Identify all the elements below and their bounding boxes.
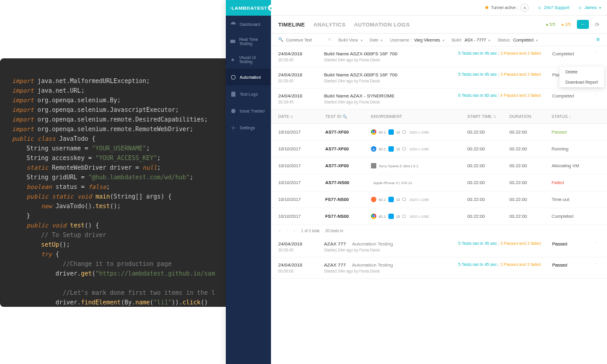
svg-point-4	[231, 109, 235, 113]
main-content: Tunnel active : A ☺ 24x7 Support ☺ James…	[271, 0, 607, 364]
filter-label: Build View	[338, 38, 358, 42]
clear-icon[interactable]: ✕	[328, 37, 331, 42]
build-menu-icon[interactable]: ⋮	[595, 241, 600, 252]
sidebar-item-label: Test Logs	[240, 92, 258, 96]
automation-icon	[229, 73, 237, 81]
sidebar-item-settings[interactable]: Settings	[226, 119, 271, 136]
android-icon	[371, 163, 376, 168]
build-row[interactable]: 24/04/201820:30:45 Build Name AZAX - SYN…	[271, 88, 607, 110]
tunnel-value: A	[520, 4, 529, 12]
test-date: 10/10/2017	[278, 129, 325, 135]
test-start: 00.22:00	[467, 214, 509, 219]
test-date: 10/10/2017	[278, 197, 325, 202]
tab-automation-logs[interactable]: AUTOMATION LOGS	[354, 22, 410, 28]
col-date-header[interactable]: DATE⇅	[278, 114, 325, 119]
sidebar-item-automation[interactable]: Automation	[226, 69, 271, 85]
tab-analytics[interactable]: ANALYTICS	[313, 22, 345, 28]
filter-label: Status:	[497, 38, 511, 42]
build-stats: 5 Tests ran in 45 sec|3 Passed and 2 fai…	[458, 51, 543, 62]
date-filter[interactable]: Date ▾	[370, 38, 383, 42]
brand-logo[interactable]: LAMBDATEST ✕	[226, 0, 271, 16]
refresh-icon[interactable]: ⟳	[595, 22, 600, 28]
build-date: 24/04/201800:00:00	[278, 262, 314, 273]
col-status-header[interactable]: STATUS▿	[552, 114, 594, 119]
test-row[interactable]: 10/10/2017 AS77-XF00 e60.1 10 🖵1920 x 10…	[271, 141, 607, 158]
code-content: import java.net.MalformedURLException; i…	[12, 76, 223, 307]
test-id: AS77-NS00	[325, 180, 371, 185]
tests-table-header: DATE⇅ TEST ID🔍 ENVIRONMENT START TIME⇅ D…	[271, 110, 607, 124]
search-box[interactable]: 🔍	[278, 37, 320, 42]
test-row[interactable]: 10/10/2017 AS77-XF00 60.1 10 🖵1920 x 108…	[271, 124, 607, 141]
build-date: 24/04/201820:30:45	[278, 93, 314, 104]
test-row[interactable]: 10/10/2017 AS77-NS00 Apple iPhone X | iO…	[271, 174, 607, 191]
test-start: 00.22:00	[467, 129, 509, 135]
build-filter[interactable]: Build: ASX - 7777 ▾	[452, 38, 490, 42]
build-menu-icon[interactable]: ⋮	[595, 93, 600, 104]
sidebar-item-issues[interactable]: Issue Tracker	[226, 102, 271, 119]
support-link[interactable]: ☺ 24x7 Support	[537, 5, 569, 10]
tab-timeline[interactable]: TIMELINE	[278, 22, 305, 28]
monitor-icon: 🖵	[402, 130, 406, 134]
status-filter[interactable]: Status: Completed ▾	[497, 38, 538, 42]
page-first[interactable]: «	[278, 229, 281, 233]
test-row[interactable]: 10/10/2017 AS77-XF00 Sony Xperia Z Ultra…	[271, 158, 607, 174]
test-date: 10/10/2017	[278, 214, 325, 219]
sidebar-item-dashboard[interactable]: Dashboard	[226, 16, 271, 32]
test-env: Apple iPhone X | iOS 11	[371, 181, 467, 185]
buildview-filter[interactable]: Build View ▾	[338, 38, 363, 42]
build-menu-icon[interactable]: ⋮	[595, 51, 600, 62]
sidebar-item-label: Visual UI Testing	[239, 55, 267, 64]
action-button[interactable]: ←	[577, 20, 589, 29]
issues-icon	[229, 107, 237, 114]
page-prev[interactable]: ‹	[287, 229, 288, 233]
test-status: Time-out	[552, 197, 594, 202]
dropdown-item[interactable]: Download Report	[559, 77, 604, 87]
sidebar-item-visual[interactable]: Visual UI Testing	[226, 51, 271, 69]
col-testid-header[interactable]: TEST ID🔍	[325, 114, 371, 119]
chrome-icon	[371, 214, 376, 219]
search-input[interactable]	[286, 38, 316, 42]
dropdown-item[interactable]: Delete	[559, 67, 604, 77]
test-row[interactable]: 10/10/2017 FS77-NS00 60.1 10 🖵1920 x 108…	[271, 208, 607, 225]
filter-value: Completed	[513, 38, 534, 42]
build-row[interactable]: 24/04/201820:30:45 AZAX 777Automation Te…	[271, 236, 607, 258]
monitor-icon: 🖵	[402, 214, 406, 218]
filter-value: ASX - 7777	[464, 38, 486, 42]
build-row[interactable]: 24/04/201820:30:45 Build Name ASZX-000FS…	[271, 46, 607, 67]
builds-list: 24/04/201820:30:45 Build Name ASZX-000FS…	[271, 46, 607, 110]
filter-settings-icon[interactable]: ⚙	[596, 37, 600, 42]
build-menu-icon[interactable]: ⋮	[595, 262, 600, 273]
sidebar-item-realtime[interactable]: Real Time Testing	[226, 32, 271, 51]
test-start: 00.22:00	[467, 163, 509, 168]
user-icon: ☺	[577, 5, 582, 10]
filter-label: Username :	[390, 38, 411, 42]
username-filter[interactable]: Username : Varg Vikernes ▾	[390, 38, 444, 42]
build-row[interactable]: 24/04/201800:00:00 AZAX 777Automation Te…	[271, 258, 607, 279]
build-status: Passed	[552, 262, 585, 273]
svg-point-2	[231, 75, 235, 79]
user-menu[interactable]: ☺ James ▾	[577, 5, 601, 10]
build-stats: 5 Tests ran in 45 sec|3 Passed and 2 fai…	[458, 241, 543, 252]
build-info: Build Name AZAX - SYNDROMEStarted 24m ag…	[324, 93, 449, 104]
test-duration: 00.22:00	[509, 163, 552, 168]
build-date: 24/04/201820:30:45	[278, 72, 314, 83]
build-status: Completed	[552, 51, 585, 62]
build-date: 24/04/201820:30:45	[278, 241, 314, 252]
sidebar: LAMBDATEST ✕ Dashboard Real Time Testing…	[226, 0, 271, 364]
ie-icon: e	[371, 146, 376, 152]
test-start: 00.22:00	[467, 180, 509, 185]
col-start-header[interactable]: START TIME⇅	[467, 114, 509, 119]
svg-point-5	[232, 127, 234, 129]
sidebar-item-testlogs[interactable]: Test Logs	[226, 85, 271, 102]
build-row[interactable]: 24/04/201820:30:45 Build Name ASZX-000FS…	[271, 67, 607, 88]
test-row[interactable]: 10/10/2017 FS77-NS00 60.1 10 🖵1920 x 108…	[271, 191, 607, 208]
visual-icon	[229, 56, 236, 63]
build-stats: 6 Tests ran in 60 sec|4 Passed and 2 fai…	[458, 93, 543, 104]
windows-icon	[388, 146, 394, 152]
pass-count: ● 5/5	[546, 22, 555, 26]
page-next[interactable]: ›	[294, 229, 295, 233]
build-date: 24/04/201820:30:45	[278, 51, 314, 62]
build-info: AZAX 777Automation TestingStarted 24m ag…	[324, 241, 449, 252]
test-status: Passed	[552, 129, 594, 135]
chevron-down-icon: ▾	[381, 38, 382, 42]
